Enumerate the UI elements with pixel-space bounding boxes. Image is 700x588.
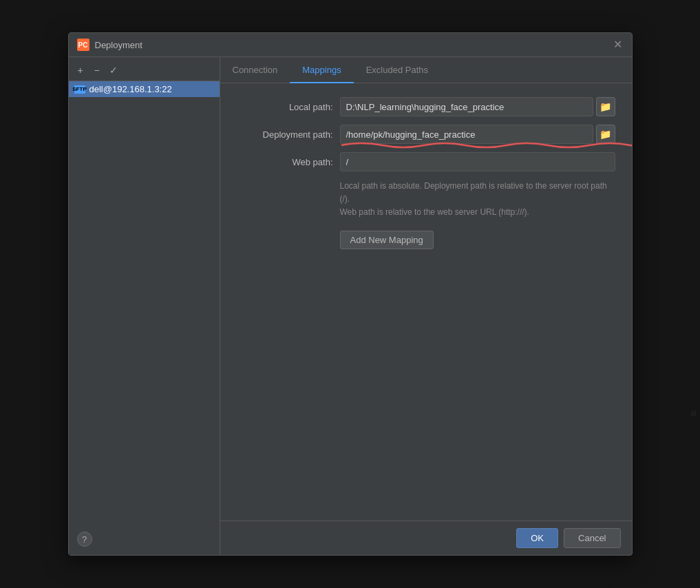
deployment-path-input-wrap: 📁 [340, 125, 615, 144]
tab-bar: Connection Mappings Excluded Paths [220, 57, 632, 83]
close-button[interactable]: ✕ [613, 39, 624, 50]
dialog-footer: OK Cancel [220, 521, 632, 555]
tab-mappings[interactable]: Mappings [290, 58, 353, 83]
help-text-line2: Web path is relative to the web server U… [340, 206, 615, 219]
sidebar: + − ✓ SFTP dell@192.168.1.3:22 [69, 57, 220, 555]
local-path-label: Local path: [237, 102, 340, 112]
window-title: Deployment [95, 40, 142, 50]
main-content: Connection Mappings Excluded Paths Local… [220, 57, 632, 555]
sftp-icon: SFTP [74, 85, 85, 94]
tab-connection[interactable]: Connection [220, 58, 290, 83]
deployment-path-row: Deployment path: 📁 [237, 125, 615, 144]
local-path-input[interactable] [340, 97, 593, 116]
deployment-dialog: PC Deployment ✕ + − ✓ SFTP dell@192.168.… [68, 32, 633, 556]
web-path-row: Web path: [237, 152, 615, 171]
content-area: Local path: 📁 Deployment path: [220, 83, 632, 521]
local-path-browse-button[interactable]: 📁 [596, 97, 615, 116]
add-new-mapping-button[interactable]: Add New Mapping [340, 231, 434, 249]
deployment-path-label: Deployment path: [237, 129, 340, 140]
help-text-line1: Local path is absolute. Deployment path … [340, 180, 615, 206]
apply-button[interactable]: ✓ [106, 63, 121, 78]
title-bar: PC Deployment ✕ [69, 33, 632, 57]
deployment-path-browse-button[interactable]: 📁 [596, 125, 615, 144]
add-server-button[interactable]: + [73, 63, 88, 78]
app-icon: PC [77, 39, 89, 51]
cancel-button[interactable]: Cancel [564, 528, 620, 548]
web-path-label: Web path: [237, 157, 340, 167]
local-path-row: Local path: 📁 [237, 97, 615, 116]
local-path-input-wrap: 📁 [340, 97, 615, 116]
help-text: Local path is absolute. Deployment path … [340, 180, 615, 220]
sidebar-toolbar: + − ✓ [69, 60, 220, 81]
web-path-input[interactable] [340, 152, 615, 171]
server-item[interactable]: SFTP dell@192.168.1.3:22 [69, 81, 220, 97]
dialog-body: + − ✓ SFTP dell@192.168.1.3:22 Connectio… [69, 57, 632, 555]
dialog-overlay: PC Deployment ✕ + − ✓ SFTP dell@192.168.… [0, 0, 700, 588]
remove-server-button[interactable]: − [89, 63, 105, 78]
title-bar-left: PC Deployment [77, 39, 142, 51]
web-path-input-wrap [340, 152, 615, 171]
help-icon-button[interactable]: ? [77, 532, 92, 547]
red-underline-annotation [341, 140, 592, 149]
ok-button[interactable]: OK [516, 528, 558, 548]
server-name: dell@192.168.1.3:22 [89, 84, 172, 94]
tab-excluded-paths[interactable]: Excluded Paths [354, 58, 441, 83]
